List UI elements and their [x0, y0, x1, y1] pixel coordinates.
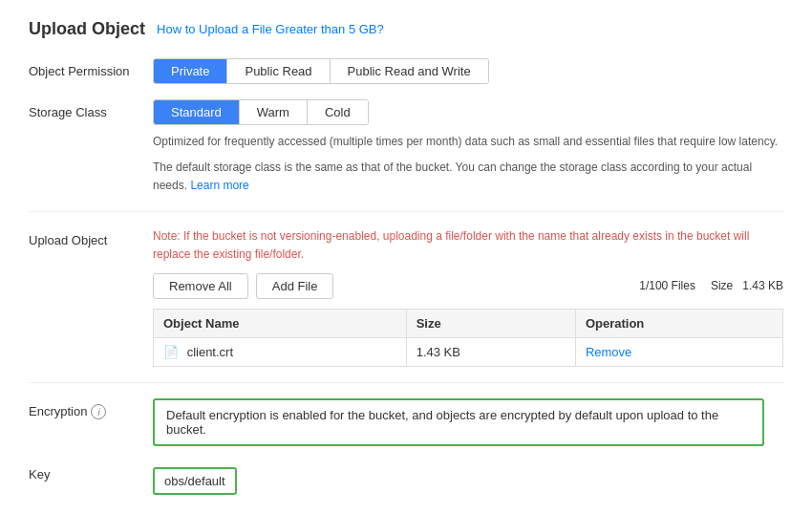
size-info: Size 1.43 KB: [711, 279, 783, 292]
upload-action-row: Remove All Add File 1/100 Files Size 1.4…: [153, 273, 783, 299]
encryption-message: Default encryption is enabled for the bu…: [166, 408, 718, 437]
storage-class-group: Standard Warm Cold: [153, 99, 369, 125]
encryption-box: Default encryption is enabled for the bu…: [153, 398, 764, 446]
object-permission-row: Object Permission Private Public Read Pu…: [29, 58, 783, 84]
storage-info1: Optimized for frequently accessed (multi…: [153, 133, 783, 151]
page-title: Upload Object: [29, 19, 145, 39]
file-name-cell: 📄 client.crt: [154, 337, 407, 366]
file-size-cell: 1.43 KB: [406, 337, 575, 366]
divider2: [29, 382, 783, 383]
file-table: Object Name Size Operation 📄 client.crt …: [153, 309, 783, 367]
file-name: client.crt: [187, 345, 233, 359]
key-value: obs/default: [164, 474, 225, 488]
object-permission-label: Object Permission: [29, 58, 153, 78]
key-value-box: obs/default: [153, 467, 237, 495]
col-operation: Operation: [575, 309, 782, 337]
col-object-name: Object Name: [154, 309, 407, 337]
storage-class-label: Storage Class: [29, 99, 153, 119]
object-permission-content: Private Public Read Public Read and Writ…: [153, 58, 783, 84]
encryption-row: Encryption i Default encryption is enabl…: [29, 398, 783, 446]
file-operation-cell: Remove: [575, 337, 782, 366]
storage-class-content: Standard Warm Cold Optimized for frequen…: [153, 99, 783, 196]
encryption-label: Encryption i: [29, 398, 153, 419]
storage-class-row: Storage Class Standard Warm Cold Optimiz…: [29, 99, 783, 196]
help-link[interactable]: How to Upload a File Greater than 5 GB?: [157, 22, 384, 36]
encryption-content: Default encryption is enabled for the bu…: [153, 398, 783, 446]
learn-more-link[interactable]: Learn more: [190, 179, 248, 192]
key-content: obs/default: [153, 461, 783, 495]
upload-note: Note: If the bucket is not versioning-en…: [153, 227, 783, 264]
file-table-body: 📄 client.crt 1.43 KB Remove: [154, 337, 783, 366]
upload-object-row: Upload Object Note: If the bucket is not…: [29, 227, 783, 367]
key-row: Key obs/default: [29, 461, 783, 495]
add-file-button[interactable]: Add File: [256, 273, 334, 299]
remove-file-link[interactable]: Remove: [586, 345, 631, 359]
upload-object-content: Note: If the bucket is not versioning-en…: [153, 227, 783, 367]
storage-cold-btn[interactable]: Cold: [308, 100, 368, 124]
table-header-row: Object Name Size Operation: [154, 309, 783, 337]
col-size: Size: [406, 309, 575, 337]
encryption-help-icon[interactable]: i: [91, 404, 106, 419]
object-permission-group: Private Public Read Public Read and Writ…: [153, 58, 489, 84]
file-icon: 📄: [163, 345, 179, 359]
upload-object-label: Upload Object: [29, 227, 153, 247]
file-count-info: 1/100 Files Size 1.43 KB: [639, 279, 783, 292]
storage-standard-btn[interactable]: Standard: [154, 100, 240, 124]
divider1: [29, 211, 783, 212]
permission-public-read-btn[interactable]: Public Read: [227, 59, 330, 83]
table-row: 📄 client.crt 1.43 KB Remove: [154, 337, 783, 366]
permission-private-btn[interactable]: Private: [154, 59, 227, 83]
key-label: Key: [29, 461, 153, 482]
page-header: Upload Object How to Upload a File Great…: [29, 19, 783, 39]
remove-all-button[interactable]: Remove All: [153, 273, 248, 299]
permission-public-read-write-btn[interactable]: Public Read and Write: [331, 59, 488, 83]
storage-info2: The default storage class is the same as…: [153, 159, 783, 195]
file-count: 1/100 Files: [639, 279, 695, 292]
storage-warm-btn[interactable]: Warm: [240, 100, 308, 124]
